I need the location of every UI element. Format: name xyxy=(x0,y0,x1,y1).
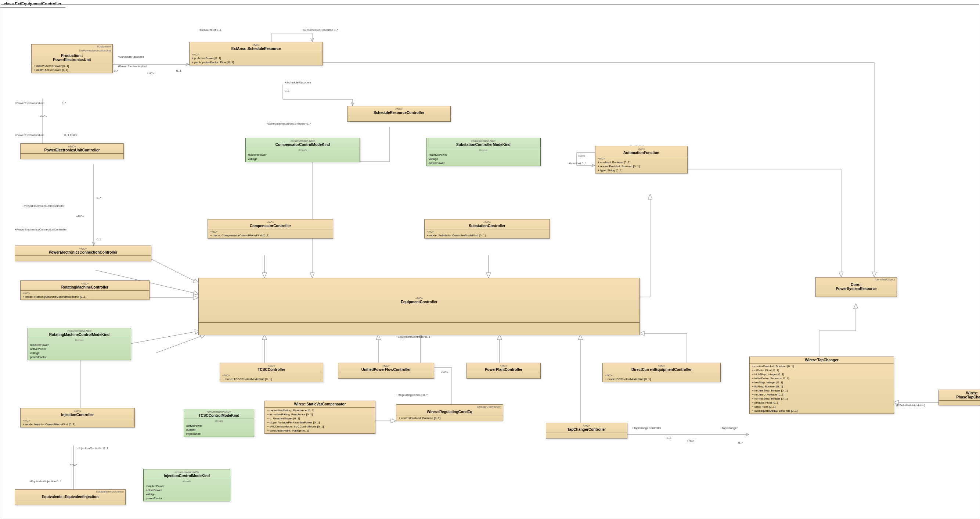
label: 0..* xyxy=(97,196,101,200)
class-equipment-controller: «NC»EquipmentController xyxy=(198,278,640,335)
class-tap-changer-controller: «NC»TapChangerController xyxy=(546,423,627,439)
class-substation-controller: «NC»SubstationController «NC» + mode: Su… xyxy=(424,219,550,238)
label: «NC» xyxy=(76,215,84,218)
label: +PowerElectronicsUnit xyxy=(15,101,45,105)
label: +RegulatingCondEq 0..* xyxy=(396,393,428,397)
label: +PowerElectronicsUnit xyxy=(15,133,45,137)
label: +ScheduleResource xyxy=(118,55,144,58)
class-unified-power-flow-controller: «NC»UnifiedPowerFlowController xyxy=(338,363,434,378)
class-tcsc-controller: «NC»TCSCController «NC» + mode: TCSCCont… xyxy=(220,363,323,382)
label: 0..* xyxy=(114,69,118,72)
label: 0..1 troller xyxy=(64,133,78,137)
label: +TapChanger xyxy=(720,426,738,430)
label: +TapChangeController xyxy=(632,426,661,430)
class-rotating-machine-controller: «NC»RotatingMachineController «NC» + mod… xyxy=(20,281,150,300)
label: «NC» xyxy=(40,115,47,118)
label: «NC» xyxy=(147,72,154,75)
label: +PowerElectronicsUnit xyxy=(118,65,147,68)
label: 0..1 xyxy=(176,69,181,72)
label: {isSubstitutable=false} xyxy=(896,404,925,407)
label: «NC» xyxy=(441,370,448,374)
class-regulating-cond-eq: EnergyConnection Wires::RegulatingCondEq… xyxy=(396,404,503,421)
class-tap-changer: Wires::TapChanger + controlEnabled: Bool… xyxy=(749,356,894,414)
label: +PowerElectronicsConnectionController xyxy=(15,228,67,231)
label: «NC» xyxy=(687,439,694,442)
label: +PowerElectronicsUnitController xyxy=(22,204,64,208)
enum-rotating-machine-control-mode-kind: «enumeration,NC»RotatingMachineControlMo… xyxy=(27,328,131,360)
class-static-var-compensator: Wires::StaticVarCompensator + capacitive… xyxy=(264,401,375,434)
label: +InjectionController 0..1 xyxy=(77,447,108,450)
enum-compensator-control-mode-kind: «enumeration,NC»CompensatorControlModeKi… xyxy=(245,138,360,162)
label: +EquivalentInjection 0..* xyxy=(29,480,61,483)
label: +HasPart 0..* xyxy=(569,162,586,165)
class-injection-controller: «NC»InjectionController «NC» + mode: Inj… xyxy=(20,408,135,428)
class-pe-connection-controller: «NC»PowerElectronicsConnectionController xyxy=(15,246,151,261)
label: «NC» xyxy=(70,463,77,466)
class-schedule-resource: «NC»ExtArea::ScheduleResource «NC» + p: … xyxy=(189,42,323,65)
label: 0..1 xyxy=(667,436,671,439)
label: «NC» xyxy=(578,154,585,158)
label: +EquipmentController 0..1 xyxy=(396,335,430,339)
enum-tcsc-control-mode-kind: «enumeration,NC»TCSCControlModeKind lite… xyxy=(184,409,254,437)
class-peu-controller: «NC»PowerElectronicsUnitController xyxy=(20,143,124,159)
enum-injection-control-mode-kind: «enumeration,NC»InjectionControlModeKind… xyxy=(143,469,230,501)
class-phase-tap-changer: Wires:: PhaseTapChanger xyxy=(939,390,980,406)
diagram-frame xyxy=(1,5,979,518)
class-power-system-resource: IdentifiedObject Core:: PowerSystemResou… xyxy=(815,277,897,297)
label: 0..* xyxy=(738,441,743,444)
enum-substation-controller-mode-kind: «enumeration,NC»SubstationControllerMode… xyxy=(426,138,541,166)
class-power-plant-controller: «NC»PowerPlantController xyxy=(466,363,541,378)
class-automation-function: «NC»AutomationFunction «NC» + enabled: B… xyxy=(595,146,687,174)
label: +ScheduleResource xyxy=(285,81,311,84)
class-compensator-controller: «NC»CompensatorController «NC» + mode: C… xyxy=(208,219,333,238)
class-equivalent-injection: EquivalentEquipment Equivalents::Equival… xyxy=(15,489,126,505)
label: 0..1 xyxy=(285,89,290,92)
label: 0..1 xyxy=(97,238,101,241)
label: +ResourceOf 0..1 xyxy=(198,28,221,32)
label: +ScheduleResourceController 0..* xyxy=(266,122,311,125)
class-power-electronics-unit: Equipment ExtPowerElectronicsUnit Produc… xyxy=(31,44,113,73)
label: +SubScheduleResource 0..* xyxy=(301,28,338,32)
class-schedule-resource-controller: «NC»ScheduleResourceController xyxy=(347,106,451,122)
class-direct-current-equipment-controller: «NC»DirectCurrentEquipmentController «NC… xyxy=(602,363,721,382)
label: 0..* xyxy=(62,101,66,105)
